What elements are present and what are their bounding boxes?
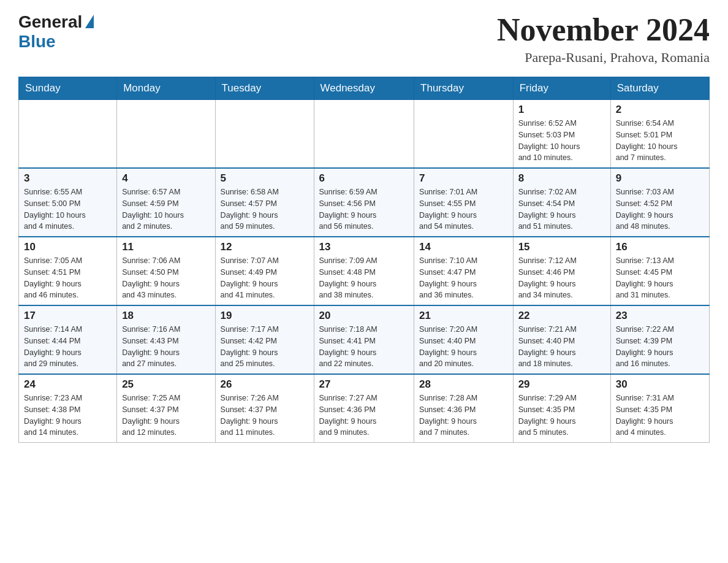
header-thursday: Thursday <box>414 77 514 100</box>
day-number: 1 <box>518 104 605 116</box>
day-info: Sunrise: 7:09 AM Sunset: 4:48 PM Dayligh… <box>319 255 409 301</box>
day-number: 2 <box>616 104 704 116</box>
week-row-5: 24Sunrise: 7:23 AM Sunset: 4:38 PM Dayli… <box>19 374 710 443</box>
day-number: 24 <box>24 378 112 391</box>
logo: General Blue <box>18 12 94 52</box>
day-cell: 16Sunrise: 7:13 AM Sunset: 4:45 PM Dayli… <box>610 237 709 305</box>
day-cell <box>314 100 414 169</box>
day-number: 12 <box>221 241 309 253</box>
header-wednesday: Wednesday <box>314 77 414 100</box>
day-info: Sunrise: 7:06 AM Sunset: 4:50 PM Dayligh… <box>122 255 210 301</box>
day-cell: 24Sunrise: 7:23 AM Sunset: 4:38 PM Dayli… <box>19 374 117 443</box>
day-cell: 19Sunrise: 7:17 AM Sunset: 4:42 PM Dayli… <box>215 305 314 374</box>
day-number: 10 <box>24 241 112 253</box>
day-info: Sunrise: 7:20 AM Sunset: 4:40 PM Dayligh… <box>419 324 508 370</box>
header-monday: Monday <box>117 77 215 100</box>
day-cell: 12Sunrise: 7:07 AM Sunset: 4:49 PM Dayli… <box>215 237 314 305</box>
day-info: Sunrise: 7:16 AM Sunset: 4:43 PM Dayligh… <box>122 324 210 370</box>
day-cell: 29Sunrise: 7:29 AM Sunset: 4:35 PM Dayli… <box>513 374 610 443</box>
day-info: Sunrise: 7:05 AM Sunset: 4:51 PM Dayligh… <box>24 255 112 301</box>
header-friday: Friday <box>513 77 610 100</box>
day-number: 8 <box>518 172 605 185</box>
month-year-title: November 2024 <box>497 12 710 47</box>
day-number: 21 <box>419 310 508 322</box>
day-cell: 11Sunrise: 7:06 AM Sunset: 4:50 PM Dayli… <box>117 237 215 305</box>
day-cell: 10Sunrise: 7:05 AM Sunset: 4:51 PM Dayli… <box>19 237 117 305</box>
day-cell: 15Sunrise: 7:12 AM Sunset: 4:46 PM Dayli… <box>513 237 610 305</box>
day-info: Sunrise: 7:23 AM Sunset: 4:38 PM Dayligh… <box>24 393 112 439</box>
day-cell: 27Sunrise: 7:27 AM Sunset: 4:36 PM Dayli… <box>314 374 414 443</box>
day-cell: 2Sunrise: 6:54 AM Sunset: 5:01 PM Daylig… <box>610 100 709 169</box>
day-number: 20 <box>319 310 409 322</box>
calendar-header-row: SundayMondayTuesdayWednesdayThursdayFrid… <box>19 77 710 100</box>
day-number: 14 <box>419 241 508 253</box>
day-info: Sunrise: 7:26 AM Sunset: 4:37 PM Dayligh… <box>221 393 309 439</box>
day-cell: 14Sunrise: 7:10 AM Sunset: 4:47 PM Dayli… <box>414 237 514 305</box>
day-cell: 1Sunrise: 6:52 AM Sunset: 5:03 PM Daylig… <box>513 100 610 169</box>
day-cell: 26Sunrise: 7:26 AM Sunset: 4:37 PM Dayli… <box>215 374 314 443</box>
week-row-2: 3Sunrise: 6:55 AM Sunset: 5:00 PM Daylig… <box>19 168 710 237</box>
day-number: 28 <box>419 378 508 391</box>
day-number: 6 <box>319 172 409 185</box>
day-cell <box>215 100 314 169</box>
day-info: Sunrise: 7:18 AM Sunset: 4:41 PM Dayligh… <box>319 324 409 370</box>
day-cell: 3Sunrise: 6:55 AM Sunset: 5:00 PM Daylig… <box>19 168 117 237</box>
day-number: 16 <box>616 241 704 253</box>
day-info: Sunrise: 7:29 AM Sunset: 4:35 PM Dayligh… <box>518 393 605 439</box>
day-number: 25 <box>122 378 210 391</box>
logo-triangle-icon <box>85 15 94 28</box>
day-info: Sunrise: 7:31 AM Sunset: 4:35 PM Dayligh… <box>616 393 704 439</box>
day-number: 3 <box>24 172 112 185</box>
day-info: Sunrise: 7:07 AM Sunset: 4:49 PM Dayligh… <box>221 255 309 301</box>
day-info: Sunrise: 7:22 AM Sunset: 4:39 PM Dayligh… <box>616 324 704 370</box>
day-number: 26 <box>221 378 309 391</box>
title-section: November 2024 Parepa-Rusani, Prahova, Ro… <box>497 12 710 66</box>
day-cell: 23Sunrise: 7:22 AM Sunset: 4:39 PM Dayli… <box>610 305 709 374</box>
day-cell: 21Sunrise: 7:20 AM Sunset: 4:40 PM Dayli… <box>414 305 514 374</box>
day-cell: 7Sunrise: 7:01 AM Sunset: 4:55 PM Daylig… <box>414 168 514 237</box>
header-saturday: Saturday <box>610 77 709 100</box>
day-number: 23 <box>616 310 704 322</box>
day-cell: 18Sunrise: 7:16 AM Sunset: 4:43 PM Dayli… <box>117 305 215 374</box>
day-cell: 22Sunrise: 7:21 AM Sunset: 4:40 PM Dayli… <box>513 305 610 374</box>
day-cell <box>414 100 514 169</box>
day-cell: 5Sunrise: 6:58 AM Sunset: 4:57 PM Daylig… <box>215 168 314 237</box>
day-info: Sunrise: 7:21 AM Sunset: 4:40 PM Dayligh… <box>518 324 605 370</box>
day-cell: 4Sunrise: 6:57 AM Sunset: 4:59 PM Daylig… <box>117 168 215 237</box>
day-number: 7 <box>419 172 508 185</box>
day-info: Sunrise: 6:59 AM Sunset: 4:56 PM Dayligh… <box>319 186 409 232</box>
week-row-1: 1Sunrise: 6:52 AM Sunset: 5:03 PM Daylig… <box>19 100 710 169</box>
day-info: Sunrise: 7:17 AM Sunset: 4:42 PM Dayligh… <box>221 324 309 370</box>
day-number: 17 <box>24 310 112 322</box>
logo-general-text: General <box>18 12 82 32</box>
day-number: 29 <box>518 378 605 391</box>
day-number: 19 <box>221 310 309 322</box>
day-number: 13 <box>319 241 409 253</box>
day-number: 5 <box>221 172 309 185</box>
header-sunday: Sunday <box>19 77 117 100</box>
day-info: Sunrise: 6:57 AM Sunset: 4:59 PM Dayligh… <box>122 186 210 232</box>
day-info: Sunrise: 7:28 AM Sunset: 4:36 PM Dayligh… <box>419 393 508 439</box>
calendar-table: SundayMondayTuesdayWednesdayThursdayFrid… <box>18 77 710 443</box>
day-info: Sunrise: 7:01 AM Sunset: 4:55 PM Dayligh… <box>419 186 508 232</box>
day-cell <box>19 100 117 169</box>
day-number: 18 <box>122 310 210 322</box>
day-cell: 30Sunrise: 7:31 AM Sunset: 4:35 PM Dayli… <box>610 374 709 443</box>
day-number: 4 <box>122 172 210 185</box>
day-cell: 6Sunrise: 6:59 AM Sunset: 4:56 PM Daylig… <box>314 168 414 237</box>
day-info: Sunrise: 6:52 AM Sunset: 5:03 PM Dayligh… <box>518 118 605 164</box>
day-number: 27 <box>319 378 409 391</box>
day-info: Sunrise: 7:10 AM Sunset: 4:47 PM Dayligh… <box>419 255 508 301</box>
day-cell: 13Sunrise: 7:09 AM Sunset: 4:48 PM Dayli… <box>314 237 414 305</box>
logo-blue-text: Blue <box>18 32 56 52</box>
week-row-4: 17Sunrise: 7:14 AM Sunset: 4:44 PM Dayli… <box>19 305 710 374</box>
day-info: Sunrise: 6:58 AM Sunset: 4:57 PM Dayligh… <box>221 186 309 232</box>
day-cell: 8Sunrise: 7:02 AM Sunset: 4:54 PM Daylig… <box>513 168 610 237</box>
location-subtitle: Parepa-Rusani, Prahova, Romania <box>497 50 710 66</box>
day-number: 22 <box>518 310 605 322</box>
day-number: 9 <box>616 172 704 185</box>
day-number: 15 <box>518 241 605 253</box>
day-info: Sunrise: 7:12 AM Sunset: 4:46 PM Dayligh… <box>518 255 605 301</box>
day-cell: 25Sunrise: 7:25 AM Sunset: 4:37 PM Dayli… <box>117 374 215 443</box>
day-cell: 17Sunrise: 7:14 AM Sunset: 4:44 PM Dayli… <box>19 305 117 374</box>
